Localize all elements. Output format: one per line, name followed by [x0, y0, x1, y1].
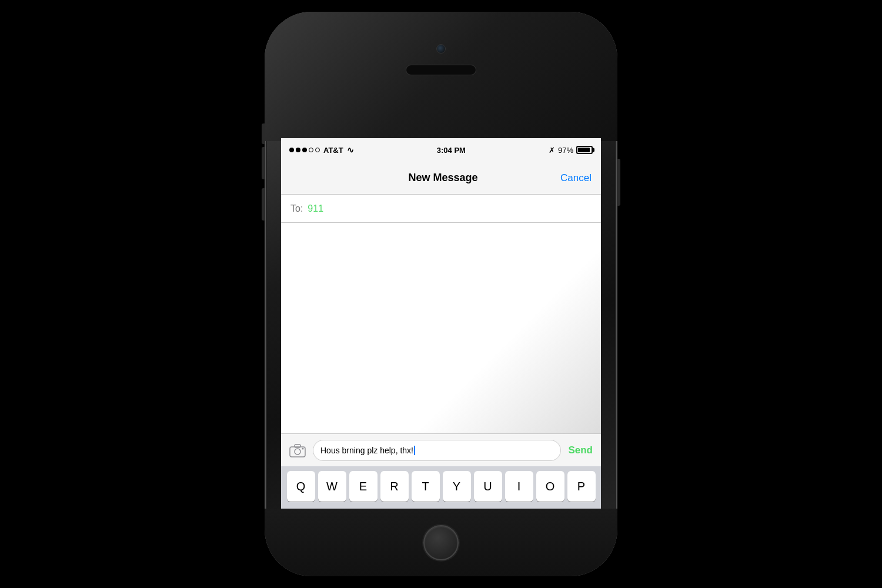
key-w[interactable]: W	[318, 471, 346, 502]
camera-button[interactable]	[287, 440, 308, 461]
signal-dot-3	[302, 148, 307, 152]
key-y[interactable]: Y	[443, 471, 471, 502]
status-time: 3:04 PM	[437, 146, 466, 155]
phone-shell: AT&T ∿ 3:04 PM ✗ 97%	[265, 12, 617, 576]
key-p[interactable]: P	[567, 471, 596, 502]
keyboard-row-1: Q W E R T Y U I O P	[283, 471, 599, 502]
wifi-icon: ∿	[347, 145, 354, 155]
svg-point-3	[302, 447, 304, 449]
screen: AT&T ∿ 3:04 PM ✗ 97%	[281, 138, 601, 509]
volume-up-button[interactable]	[262, 147, 265, 179]
mute-button[interactable]	[262, 123, 265, 144]
keyboard[interactable]: Q W E R T Y U I O P	[281, 466, 601, 509]
signal-dot-5	[315, 148, 320, 152]
phone-scene: AT&T ∿ 3:04 PM ✗ 97%	[265, 12, 617, 576]
phone-bottom	[265, 509, 617, 576]
input-area: Hous brning plz help, thx! Send	[281, 433, 601, 466]
signal-dot-2	[296, 148, 300, 152]
status-left: AT&T ∿	[289, 145, 354, 155]
key-i[interactable]: I	[505, 471, 533, 502]
send-button[interactable]: Send	[566, 445, 595, 456]
message-input[interactable]: Hous brning plz help, thx!	[313, 440, 561, 461]
nav-bar: New Message Cancel	[281, 162, 601, 195]
key-t[interactable]: T	[412, 471, 440, 502]
message-body[interactable]	[281, 223, 601, 433]
camera-lens	[436, 44, 446, 54]
to-label: To:	[290, 203, 303, 214]
key-e[interactable]: E	[349, 471, 377, 502]
signal-icon	[289, 148, 320, 152]
text-cursor	[414, 446, 415, 455]
power-button[interactable]	[617, 159, 620, 206]
phone-top	[265, 12, 617, 141]
key-r[interactable]: R	[380, 471, 409, 502]
volume-down-button[interactable]	[262, 188, 265, 220]
svg-point-1	[295, 449, 300, 455]
carrier-label: AT&T	[323, 146, 343, 155]
svg-rect-2	[295, 445, 300, 447]
status-right: ✗ 97%	[549, 146, 593, 155]
nav-title: New Message	[326, 172, 560, 184]
to-field[interactable]: To: 911	[281, 195, 601, 223]
signal-dot-1	[289, 148, 294, 152]
key-u[interactable]: U	[474, 471, 502, 502]
signal-dot-4	[309, 148, 313, 152]
to-value: 911	[308, 203, 323, 214]
message-text: Hous brning plz help, thx!	[320, 446, 413, 455]
screen-content: AT&T ∿ 3:04 PM ✗ 97%	[281, 138, 601, 509]
key-o[interactable]: O	[536, 471, 564, 502]
cancel-button[interactable]: Cancel	[560, 172, 592, 184]
speaker-grille	[406, 65, 476, 75]
key-q[interactable]: Q	[287, 471, 315, 502]
battery-icon	[576, 146, 593, 154]
bluetooth-icon: ✗	[549, 146, 555, 155]
status-bar: AT&T ∿ 3:04 PM ✗ 97%	[281, 138, 601, 162]
home-button[interactable]	[423, 525, 459, 560]
battery-percent: 97%	[558, 146, 573, 155]
